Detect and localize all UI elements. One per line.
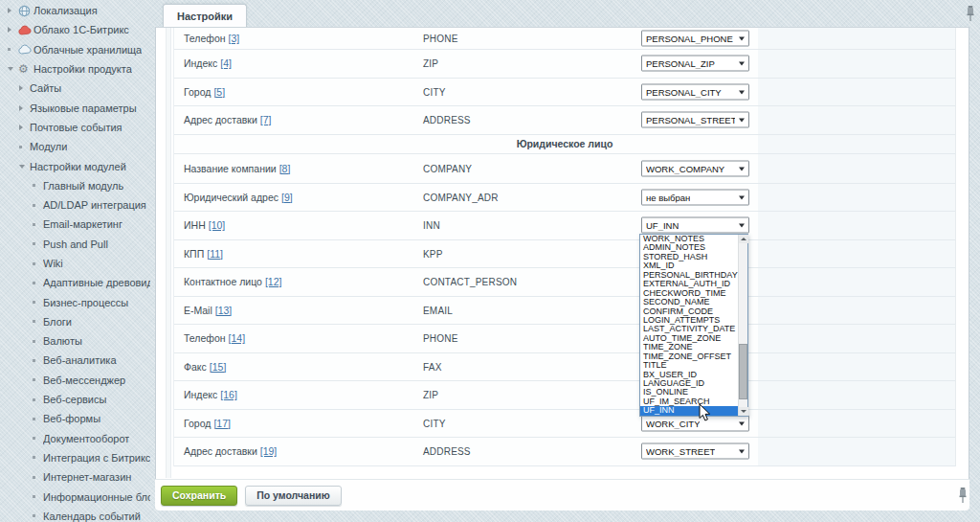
sidebar-item-label: Push and Pull — [43, 238, 108, 250]
chevron-right-icon[interactable] — [8, 27, 18, 33]
dropdown-option[interactable]: UF_INN — [640, 406, 738, 415]
sidebar-item-label: Веб-аналитика — [43, 354, 117, 366]
dropdown-option[interactable]: EXTERNAL_AUTH_ID — [640, 280, 738, 288]
field-select[interactable]: PERSONAL_PHONE — [641, 31, 749, 47]
field-select[interactable]: WORK_COMPANY — [641, 160, 749, 176]
table-row: Адрес доставки[19]ADDRESSWORK_STREET — [174, 438, 955, 466]
sidebar-item[interactable]: Почтовые события — [0, 118, 150, 137]
field-number-link[interactable]: [3] — [229, 33, 240, 44]
scrollbar-thumb[interactable] — [739, 344, 747, 399]
sidebar-item[interactable]: Валюты — [0, 331, 150, 351]
sidebar-item[interactable]: Адаптивные древовидные комм — [0, 273, 150, 292]
bullet-icon — [33, 242, 43, 245]
sidebar-item[interactable]: Бизнес-процессы — [0, 292, 150, 311]
field-number-link[interactable]: [12] — [265, 276, 282, 287]
dropdown-option[interactable]: TITLE — [640, 361, 738, 370]
field-number-link[interactable]: [7] — [260, 114, 272, 125]
dropdown-option[interactable]: TIME_ZONE_OFFSET — [640, 352, 738, 361]
field-select[interactable]: не выбран — [641, 189, 749, 205]
chevron-right-icon[interactable] — [19, 125, 30, 130]
sidebar-item[interactable]: Wiki — [0, 254, 150, 273]
dropdown-option[interactable]: STORED_HASH — [640, 253, 738, 261]
sidebar-item[interactable]: Веб-аналитика — [0, 351, 150, 370]
dropdown-option[interactable]: ADMIN_NOTES — [640, 243, 738, 252]
sidebar-item[interactable]: Информационные блоки — [0, 487, 150, 506]
field-number-link[interactable]: [16] — [220, 389, 237, 400]
chevron-down-icon[interactable] — [8, 67, 18, 71]
sidebar-item[interactable]: Сайты — [0, 79, 150, 98]
field-code: ADDRESS — [423, 115, 471, 125]
field-number-link[interactable]: [4] — [220, 57, 232, 69]
dropdown-scrollbar[interactable] — [738, 235, 747, 416]
field-number-link[interactable]: [9] — [281, 192, 293, 203]
field-select[interactable]: PERSONAL_CITY — [641, 83, 749, 100]
sidebar-item[interactable]: Календарь событий — [0, 507, 150, 522]
field-number-link[interactable]: [15] — [210, 361, 227, 373]
sidebar-item[interactable]: Push and Pull — [0, 235, 150, 254]
scroll-up-icon[interactable] — [739, 235, 748, 243]
field-select[interactable]: UF_INN — [641, 217, 749, 234]
tab-settings[interactable]: Настройки — [163, 4, 247, 28]
sidebar-item[interactable]: ⚙Настройки продукта — [0, 59, 150, 79]
bullet-icon — [33, 456, 43, 459]
scroll-down-icon[interactable] — [739, 407, 748, 416]
dropdown-option[interactable]: WORK_NOTES — [640, 235, 738, 243]
chevron-right-icon[interactable] — [8, 8, 18, 13]
pin-icon[interactable] — [965, 5, 976, 22]
dropdown-option[interactable]: XML_ID — [640, 261, 738, 270]
sidebar-item[interactable]: Языковые параметры — [0, 98, 150, 117]
sidebar-item[interactable]: Настройки модулей — [0, 156, 150, 175]
table-row: Адрес доставки[7]ADDRESSPERSONAL_STREET — [174, 106, 955, 135]
field-number-link[interactable]: [13] — [215, 305, 233, 316]
select-value: UF_INN — [646, 220, 679, 231]
sidebar-item[interactable]: Интеграция с Битрикс24 — [0, 448, 150, 467]
sidebar-item[interactable]: Облако 1С-Битрикс — [0, 20, 150, 39]
bullet-icon — [33, 359, 43, 362]
pin-icon[interactable] — [957, 487, 969, 504]
dropdown-option[interactable]: CONFIRM_CODE — [640, 307, 738, 316]
sidebar-item[interactable]: Облачные хранилища — [0, 40, 150, 59]
field-select[interactable]: PERSONAL_ZIP — [641, 56, 749, 72]
dropdown-option[interactable]: TIME_ZONE — [640, 343, 738, 352]
table-row: Телефон[3]PHONEPERSONAL_PHONE — [174, 28, 955, 50]
sidebar-item[interactable]: Веб-формы — [0, 409, 150, 428]
dropdown-option[interactable]: IS_ONLINE — [640, 388, 738, 397]
bullet-icon — [33, 495, 43, 498]
dropdown-option[interactable]: SECOND_NAME — [640, 298, 738, 306]
save-button[interactable]: Сохранить — [161, 486, 237, 506]
dropdown-option[interactable]: LANGUAGE_ID — [640, 379, 738, 388]
sidebar-item[interactable]: Документооборот — [0, 429, 150, 448]
sidebar-item[interactable]: Блоги — [0, 312, 150, 331]
field-number-link[interactable]: [8] — [279, 163, 291, 174]
field-number-link[interactable]: [10] — [209, 219, 226, 231]
field-number-link[interactable]: [14] — [229, 332, 246, 344]
sidebar-item[interactable]: Локализация — [0, 1, 150, 20]
dropdown-option[interactable]: AUTO_TIME_ZONE — [640, 334, 738, 343]
sidebar-item[interactable]: Главный модуль — [0, 176, 150, 195]
chevron-right-icon[interactable] — [19, 105, 30, 111]
default-button[interactable]: По умолчанию — [245, 486, 341, 506]
sidebar-item[interactable]: Веб-мессенджер — [0, 371, 150, 390]
dropdown-option[interactable]: UF_IM_SEARCH — [640, 397, 738, 406]
field-number-link[interactable]: [5] — [213, 86, 225, 98]
sidebar-item[interactable]: Email-маркетинг — [0, 215, 150, 234]
sidebar-item[interactable]: Веб-сервисы — [0, 390, 150, 409]
sidebar-item[interactable]: Интернет-магазин — [0, 467, 150, 487]
dropdown-option[interactable]: LOGIN_ATTEMPTS — [640, 316, 738, 325]
sidebar-item[interactable]: AD/LDAP интеграция — [0, 195, 150, 215]
chevron-right-icon[interactable] — [19, 85, 30, 91]
field-select[interactable]: PERSONAL_STREET — [641, 112, 749, 128]
field-number-link[interactable]: [17] — [213, 418, 231, 429]
dropdown-option[interactable]: LAST_ACTIVITY_DATE — [640, 325, 738, 333]
field-select[interactable]: WORK_STREET — [641, 443, 749, 460]
dropdown-option[interactable]: CHECKWORD_TIME — [640, 289, 738, 298]
field-number-link[interactable]: [11] — [207, 248, 223, 260]
field-label: Город[5] — [184, 86, 225, 98]
chevron-down-icon — [739, 62, 745, 66]
dropdown-option[interactable]: BX_USER_ID — [640, 371, 738, 379]
chevron-down-icon[interactable] — [19, 165, 30, 169]
dropdown-option[interactable]: PERSONAL_BIRTHDAY — [640, 271, 738, 280]
field-select[interactable]: WORK_CITY — [641, 415, 749, 431]
field-number-link[interactable]: [19] — [260, 445, 278, 457]
sidebar-item[interactable]: Модули — [0, 137, 150, 156]
